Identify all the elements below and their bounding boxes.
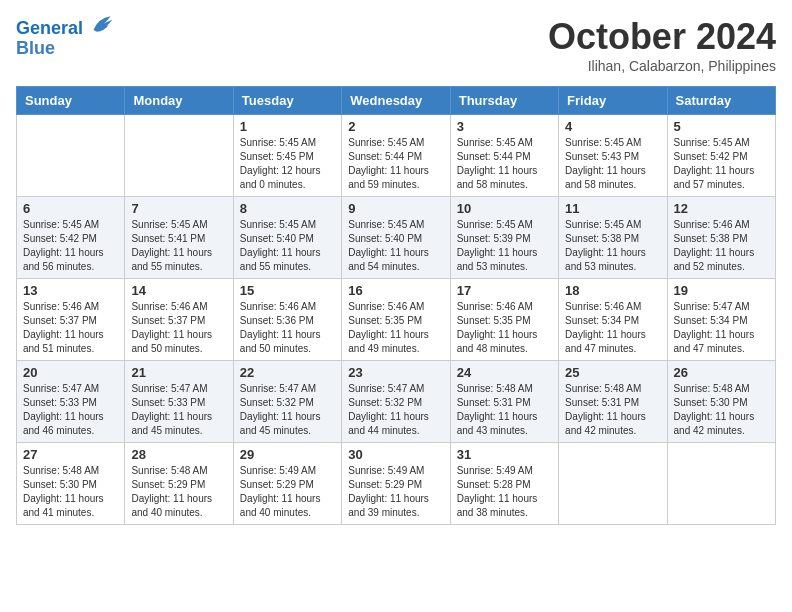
calendar-cell: 31Sunrise: 5:49 AM Sunset: 5:28 PM Dayli… (450, 443, 558, 525)
calendar-cell: 1Sunrise: 5:45 AM Sunset: 5:45 PM Daylig… (233, 115, 341, 197)
calendar-cell: 5Sunrise: 5:45 AM Sunset: 5:42 PM Daylig… (667, 115, 775, 197)
month-title: October 2024 (548, 16, 776, 58)
day-number: 16 (348, 283, 443, 298)
calendar-table: SundayMondayTuesdayWednesdayThursdayFrid… (16, 86, 776, 525)
day-number: 1 (240, 119, 335, 134)
weekday-header-saturday: Saturday (667, 87, 775, 115)
calendar-cell (559, 443, 667, 525)
day-info: Sunrise: 5:49 AM Sunset: 5:29 PM Dayligh… (348, 464, 443, 520)
day-number: 18 (565, 283, 660, 298)
day-number: 19 (674, 283, 769, 298)
day-info: Sunrise: 5:46 AM Sunset: 5:34 PM Dayligh… (565, 300, 660, 356)
day-info: Sunrise: 5:48 AM Sunset: 5:31 PM Dayligh… (457, 382, 552, 438)
day-number: 6 (23, 201, 118, 216)
logo-text-blue: Blue (16, 39, 114, 59)
day-number: 17 (457, 283, 552, 298)
logo-bird-icon (90, 14, 114, 34)
day-info: Sunrise: 5:48 AM Sunset: 5:31 PM Dayligh… (565, 382, 660, 438)
calendar-cell: 10Sunrise: 5:45 AM Sunset: 5:39 PM Dayli… (450, 197, 558, 279)
day-number: 10 (457, 201, 552, 216)
calendar-cell: 21Sunrise: 5:47 AM Sunset: 5:33 PM Dayli… (125, 361, 233, 443)
day-info: Sunrise: 5:46 AM Sunset: 5:35 PM Dayligh… (348, 300, 443, 356)
calendar-week-5: 27Sunrise: 5:48 AM Sunset: 5:30 PM Dayli… (17, 443, 776, 525)
calendar-cell: 29Sunrise: 5:49 AM Sunset: 5:29 PM Dayli… (233, 443, 341, 525)
day-info: Sunrise: 5:48 AM Sunset: 5:29 PM Dayligh… (131, 464, 226, 520)
day-number: 21 (131, 365, 226, 380)
day-number: 8 (240, 201, 335, 216)
day-info: Sunrise: 5:45 AM Sunset: 5:44 PM Dayligh… (457, 136, 552, 192)
day-number: 28 (131, 447, 226, 462)
day-number: 30 (348, 447, 443, 462)
page-header: General Blue October 2024 Ilihan, Calaba… (16, 16, 776, 74)
calendar-cell: 16Sunrise: 5:46 AM Sunset: 5:35 PM Dayli… (342, 279, 450, 361)
day-info: Sunrise: 5:47 AM Sunset: 5:34 PM Dayligh… (674, 300, 769, 356)
logo: General Blue (16, 16, 114, 59)
day-info: Sunrise: 5:45 AM Sunset: 5:43 PM Dayligh… (565, 136, 660, 192)
calendar-cell: 14Sunrise: 5:46 AM Sunset: 5:37 PM Dayli… (125, 279, 233, 361)
day-info: Sunrise: 5:45 AM Sunset: 5:42 PM Dayligh… (674, 136, 769, 192)
weekday-header-tuesday: Tuesday (233, 87, 341, 115)
calendar-cell: 20Sunrise: 5:47 AM Sunset: 5:33 PM Dayli… (17, 361, 125, 443)
calendar-cell: 3Sunrise: 5:45 AM Sunset: 5:44 PM Daylig… (450, 115, 558, 197)
weekday-header-wednesday: Wednesday (342, 87, 450, 115)
day-number: 31 (457, 447, 552, 462)
weekday-header-thursday: Thursday (450, 87, 558, 115)
calendar-cell: 27Sunrise: 5:48 AM Sunset: 5:30 PM Dayli… (17, 443, 125, 525)
weekday-header-monday: Monday (125, 87, 233, 115)
calendar-cell: 12Sunrise: 5:46 AM Sunset: 5:38 PM Dayli… (667, 197, 775, 279)
day-number: 24 (457, 365, 552, 380)
day-info: Sunrise: 5:45 AM Sunset: 5:40 PM Dayligh… (240, 218, 335, 274)
day-info: Sunrise: 5:46 AM Sunset: 5:35 PM Dayligh… (457, 300, 552, 356)
calendar-cell: 18Sunrise: 5:46 AM Sunset: 5:34 PM Dayli… (559, 279, 667, 361)
day-info: Sunrise: 5:48 AM Sunset: 5:30 PM Dayligh… (674, 382, 769, 438)
day-number: 27 (23, 447, 118, 462)
day-info: Sunrise: 5:47 AM Sunset: 5:32 PM Dayligh… (348, 382, 443, 438)
day-number: 13 (23, 283, 118, 298)
weekday-header-friday: Friday (559, 87, 667, 115)
day-info: Sunrise: 5:46 AM Sunset: 5:37 PM Dayligh… (23, 300, 118, 356)
calendar-cell: 30Sunrise: 5:49 AM Sunset: 5:29 PM Dayli… (342, 443, 450, 525)
day-info: Sunrise: 5:47 AM Sunset: 5:33 PM Dayligh… (131, 382, 226, 438)
calendar-cell: 9Sunrise: 5:45 AM Sunset: 5:40 PM Daylig… (342, 197, 450, 279)
calendar-week-1: 1Sunrise: 5:45 AM Sunset: 5:45 PM Daylig… (17, 115, 776, 197)
day-number: 7 (131, 201, 226, 216)
day-info: Sunrise: 5:45 AM Sunset: 5:44 PM Dayligh… (348, 136, 443, 192)
day-number: 29 (240, 447, 335, 462)
calendar-cell: 15Sunrise: 5:46 AM Sunset: 5:36 PM Dayli… (233, 279, 341, 361)
calendar-cell: 13Sunrise: 5:46 AM Sunset: 5:37 PM Dayli… (17, 279, 125, 361)
day-number: 4 (565, 119, 660, 134)
day-number: 9 (348, 201, 443, 216)
calendar-week-2: 6Sunrise: 5:45 AM Sunset: 5:42 PM Daylig… (17, 197, 776, 279)
calendar-cell: 11Sunrise: 5:45 AM Sunset: 5:38 PM Dayli… (559, 197, 667, 279)
title-block: October 2024 Ilihan, Calabarzon, Philipp… (548, 16, 776, 74)
day-info: Sunrise: 5:46 AM Sunset: 5:37 PM Dayligh… (131, 300, 226, 356)
day-info: Sunrise: 5:49 AM Sunset: 5:28 PM Dayligh… (457, 464, 552, 520)
calendar-cell: 4Sunrise: 5:45 AM Sunset: 5:43 PM Daylig… (559, 115, 667, 197)
day-info: Sunrise: 5:45 AM Sunset: 5:42 PM Dayligh… (23, 218, 118, 274)
day-number: 5 (674, 119, 769, 134)
day-info: Sunrise: 5:46 AM Sunset: 5:38 PM Dayligh… (674, 218, 769, 274)
calendar-cell: 23Sunrise: 5:47 AM Sunset: 5:32 PM Dayli… (342, 361, 450, 443)
calendar-cell (17, 115, 125, 197)
calendar-cell (125, 115, 233, 197)
calendar-cell: 19Sunrise: 5:47 AM Sunset: 5:34 PM Dayli… (667, 279, 775, 361)
calendar-week-4: 20Sunrise: 5:47 AM Sunset: 5:33 PM Dayli… (17, 361, 776, 443)
calendar-week-3: 13Sunrise: 5:46 AM Sunset: 5:37 PM Dayli… (17, 279, 776, 361)
weekday-header-row: SundayMondayTuesdayWednesdayThursdayFrid… (17, 87, 776, 115)
day-number: 3 (457, 119, 552, 134)
day-number: 25 (565, 365, 660, 380)
logo-text: General (16, 16, 114, 39)
calendar-cell: 22Sunrise: 5:47 AM Sunset: 5:32 PM Dayli… (233, 361, 341, 443)
calendar-cell: 28Sunrise: 5:48 AM Sunset: 5:29 PM Dayli… (125, 443, 233, 525)
day-info: Sunrise: 5:47 AM Sunset: 5:33 PM Dayligh… (23, 382, 118, 438)
day-info: Sunrise: 5:45 AM Sunset: 5:40 PM Dayligh… (348, 218, 443, 274)
calendar-cell: 17Sunrise: 5:46 AM Sunset: 5:35 PM Dayli… (450, 279, 558, 361)
day-number: 15 (240, 283, 335, 298)
day-info: Sunrise: 5:46 AM Sunset: 5:36 PM Dayligh… (240, 300, 335, 356)
calendar-cell: 2Sunrise: 5:45 AM Sunset: 5:44 PM Daylig… (342, 115, 450, 197)
day-number: 23 (348, 365, 443, 380)
day-number: 11 (565, 201, 660, 216)
day-number: 14 (131, 283, 226, 298)
day-number: 20 (23, 365, 118, 380)
day-info: Sunrise: 5:45 AM Sunset: 5:45 PM Dayligh… (240, 136, 335, 192)
